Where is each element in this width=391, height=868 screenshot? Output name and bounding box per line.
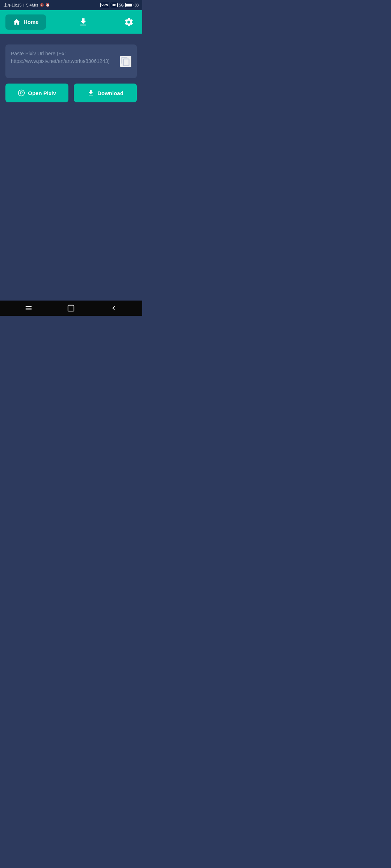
download-nav-icon [78, 17, 88, 27]
download-label: Download [97, 90, 123, 96]
status-separator: | [24, 3, 25, 7]
status-mute-icon: 🔇 [40, 3, 44, 7]
status-network: 5.4M/s [26, 3, 38, 7]
open-pixiv-button[interactable]: P Open Pixiv [5, 84, 68, 102]
home-icon [13, 18, 21, 26]
status-right: VPN HD 5G 88 [100, 3, 139, 7]
bottom-menu-button[interactable] [22, 301, 35, 315]
paste-icon [121, 56, 131, 67]
svg-text:P: P [20, 91, 23, 95]
status-bar: 上午10:15 | 5.4M/s 🔇 ⏰ VPN HD 5G 88 [0, 0, 142, 10]
buttons-row: P Open Pixiv Download [5, 84, 137, 102]
main-content: P Open Pixiv Download [0, 34, 142, 108]
battery-indicator [125, 3, 133, 7]
bottom-home-button[interactable] [64, 301, 78, 315]
settings-nav-icon [124, 17, 134, 27]
download-icon [87, 89, 94, 97]
status-time: 上午10:15 [4, 3, 22, 8]
settings-nav-button[interactable] [121, 14, 137, 30]
bottom-back-icon [110, 304, 118, 312]
bottom-home-icon [67, 304, 75, 312]
bottom-back-button[interactable] [107, 301, 121, 315]
bottom-nav [0, 301, 142, 316]
hd-indicator: HD [111, 3, 118, 7]
bottom-menu-icon [25, 304, 33, 312]
open-pixiv-label: Open Pixiv [28, 90, 56, 96]
vpn-indicator: VPN [100, 3, 109, 7]
signal-indicator: 5G [119, 3, 124, 7]
status-alarm-icon: ⏰ [46, 3, 50, 7]
pixiv-icon: P [18, 89, 25, 97]
home-button[interactable]: Home [5, 14, 46, 30]
nav-bar: Home [0, 10, 142, 34]
home-label: Home [24, 19, 39, 25]
battery-percent: 88 [135, 3, 139, 7]
url-input-container [5, 44, 137, 78]
download-button[interactable]: Download [74, 84, 137, 102]
download-nav-button[interactable] [75, 14, 91, 30]
paste-button[interactable] [120, 56, 131, 67]
url-input[interactable] [11, 50, 116, 73]
svg-rect-2 [68, 305, 74, 311]
status-left: 上午10:15 | 5.4M/s 🔇 ⏰ [4, 3, 50, 8]
